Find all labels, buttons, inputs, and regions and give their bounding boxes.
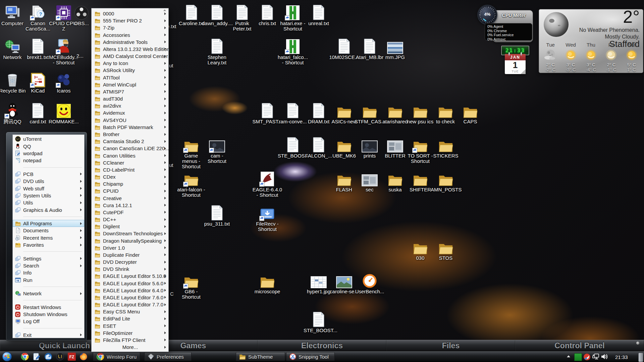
- start-menu-item-documents[interactable]: Documents: [13, 227, 84, 234]
- firefox-icon[interactable]: [79, 353, 88, 361]
- start-menu-item-system-utils[interactable]: System Utils: [13, 192, 84, 199]
- programs-menu-item-downstream-technologies[interactable]: DownStream Technologies: [92, 230, 168, 237]
- desktop-icon-eagle-6-4-0-shortcut[interactable]: EAGLE-6.4.0 - Shortcut: [252, 170, 282, 198]
- hidden-icons-arrow-icon[interactable]: [567, 353, 570, 357]
- desktop-icon-rommake[interactable]: ROMMAKE...: [49, 102, 79, 124]
- programs-menu-item-eagle-layout-editor-5-10-0[interactable]: EAGLE Layout Editor 5.10.0: [92, 273, 168, 280]
- programs-menu-item-administrative-tools[interactable]: Administrative Tools: [92, 39, 168, 46]
- desktop-icon-mm-jpg[interactable]: mm.JPG: [380, 38, 410, 60]
- dock-tab-electronics[interactable]: Electronics: [258, 340, 386, 351]
- programs-menu-item-avs4you[interactable]: AVS4YOU: [92, 117, 168, 124]
- programs-menu-item-eagle-layout-editor-7-7-0[interactable]: EAGLE Layout Editor 7.7.0: [92, 301, 168, 308]
- programs-menu-item-0000[interactable]: 0000: [92, 10, 168, 17]
- cpu-meter-gadget[interactable]: CPU Meter 4% 0% Agent0% Chrome0% Fuel.se…: [477, 5, 533, 43]
- desktop-icon-amn-posts[interactable]: AMN_POSTS: [431, 170, 461, 192]
- start-menu-item-search[interactable]: Search: [13, 262, 84, 269]
- programs-menu-item-creative[interactable]: Creative: [92, 194, 168, 201]
- start-menu-item-utorrent[interactable]: uTorrent: [13, 135, 84, 142]
- desktop-icon-microscope[interactable]: microscope: [252, 272, 282, 294]
- programs-menu-item-ccleaner[interactable]: CCleaner: [92, 159, 168, 166]
- taskbar-slider[interactable]: [638, 353, 643, 362]
- start-menu-item-dvd-utils[interactable]: DVD utils: [13, 178, 84, 185]
- taskbar-clock[interactable]: 21:33: [615, 352, 628, 362]
- programs-menu-item-brother[interactable]: Brother: [92, 131, 168, 138]
- start-menu-item-settings[interactable]: Settings: [13, 255, 84, 262]
- programs-menu-item-cura-14-12-1[interactable]: Cura 14.12.1: [92, 202, 168, 209]
- programs-menu-item-batch-pdf-watermark[interactable]: Batch PDF Watermark: [92, 124, 168, 131]
- desktop-icon-stephen-leary-txt[interactable]: Stephen Leary.txt: [202, 38, 232, 65]
- programs-menu-item-cdex[interactable]: CDex: [92, 173, 168, 180]
- programs-menu-item-any-to-icon[interactable]: Any to Icon: [92, 60, 168, 67]
- taskbar-window-preferences[interactable]: Preferences: [144, 352, 192, 361]
- dock-handle[interactable]: [636, 342, 639, 345]
- desktop-icon-mcebuddy-shortcut[interactable]: MCEBuddy... - Shortcut: [49, 38, 79, 65]
- programs-menu-item-easy-css-menu[interactable]: Easy CSS Menu: [92, 308, 168, 315]
- taskbar-window-subtheme[interactable]: SubTheme: [236, 352, 285, 361]
- start-menu-item-run[interactable]: Run: [13, 277, 84, 284]
- start-menu-item-all-programs[interactable]: All Programs: [13, 220, 84, 227]
- thunderbird-icon[interactable]: [44, 353, 52, 361]
- start-menu-item-network[interactable]: Network: [13, 290, 84, 297]
- programs-menu-item-avi2divx[interactable]: avi2divx: [92, 102, 168, 109]
- programs-menu-item-chipamp[interactable]: Chipamp: [92, 180, 168, 187]
- programs-menu-item-amd-catalyst-control-center[interactable]: AMD Catalyst Control Center: [92, 53, 168, 60]
- programs-menu-item-eagle-layout-editor-7-6-0[interactable]: EAGLE Layout Editor 7.6.0: [92, 294, 168, 301]
- green-status-icon[interactable]: [574, 353, 582, 361]
- volume-icon[interactable]: [601, 353, 608, 361]
- desktop-icon-gb6-shortcut[interactable]: GB6 - Shortcut: [176, 272, 206, 300]
- start-menu-item-exit[interactable]: Exit: [13, 331, 84, 339]
- dock-tab-files[interactable]: Files: [386, 340, 515, 351]
- programs-menu-item-atmisp7[interactable]: ATMISP7: [92, 88, 168, 95]
- programs-menu-item-eset[interactable]: ESET: [92, 322, 168, 329]
- programs-menu-item-eagle-layout-editor-6-4-0[interactable]: EAGLE Layout Editor 6.4.0: [92, 287, 168, 294]
- programs-menu-item-filezilla-ftp-client[interactable]: FileZilla FTP Client: [92, 337, 168, 344]
- programs-menu-item-cd-labelprint[interactable]: CD-LabelPrint: [92, 166, 168, 173]
- programs-menu-item-canon-canoscan-lide-220[interactable]: Canon CanoScan LiDE 220...: [92, 145, 168, 152]
- start-menu-item-info[interactable]: Info: [13, 269, 84, 276]
- utorrent-icon[interactable]: [56, 353, 64, 361]
- programs-menu-item-dvd-shrink[interactable]: DVD Shrink: [92, 265, 168, 273]
- taskbar-window-winstep-forum[interactable]: Winstep Forum...: [93, 352, 140, 361]
- calendar-gadget[interactable]: JAN 1 TUE: [505, 54, 526, 74]
- programs-menu-item-avidemux[interactable]: Avidemux: [92, 109, 168, 116]
- network-status-icon[interactable]: [592, 353, 599, 361]
- editpad-icon[interactable]: [33, 353, 41, 361]
- programs-menu-item-atitool[interactable]: ATITool: [92, 74, 168, 81]
- start-menu-item-pcb[interactable]: PCB: [13, 171, 84, 178]
- desktop-icon-atari-falcon-shortcut[interactable]: atari-falcon - Shortcut: [176, 170, 206, 198]
- taskbar-window-snipping-tool[interactable]: Snipping Tool: [286, 352, 335, 361]
- programs-menu-item-duplicate-finder[interactable]: Duplicate Finder: [92, 251, 168, 258]
- programs-menu-item-audt30d[interactable]: audT30d: [92, 95, 168, 102]
- programs-menu-item-atmel-wincupl[interactable]: Atmel WinCupl: [92, 81, 168, 88]
- programs-menu-item-driver-1-0[interactable]: Driver 1.0: [92, 244, 168, 251]
- start-menu-item-wordpad[interactable]: wordpad: [13, 150, 84, 157]
- desktop-icon-unreal-txt[interactable]: unreal.txt: [304, 4, 334, 26]
- desktop-icon-psu-311-txt[interactable]: psu_311.txt: [202, 204, 232, 227]
- programs-menu-item-555-timer-pro-2[interactable]: 555 Timer PRO 2: [92, 17, 168, 24]
- chrome-icon[interactable]: [21, 353, 29, 361]
- start-menu-item-favorites[interactable]: Favorites: [13, 241, 84, 248]
- start-menu-item-shutdown-windows[interactable]: Shutdown Windows: [13, 311, 84, 318]
- programs-menu-item-7-zip[interactable]: 7-Zip: [92, 24, 168, 31]
- programs-menu-item-more[interactable]: More...: [92, 344, 168, 351]
- start-menu-item-log-off[interactable]: Log Off: [13, 318, 84, 325]
- programs-menu-item-editpad-lite[interactable]: EditPad Lite: [92, 315, 168, 322]
- filezilla-icon[interactable]: FZ: [68, 353, 76, 361]
- programs-menu-item-fileoptimizer[interactable]: FileOptimizer: [92, 329, 168, 337]
- start-menu-item-graphics-audio[interactable]: Graphics & Audio: [13, 206, 84, 214]
- desktop-icon-stos[interactable]: STOS: [431, 239, 461, 261]
- desktop-icon-caps[interactable]: CAPS: [455, 102, 485, 124]
- start-menu-item-web-stuff[interactable]: Web stuff: [13, 185, 84, 192]
- programs-menu-item-canon-utilities[interactable]: Canon Utilities: [92, 152, 168, 159]
- programs-menu-item-cpuid[interactable]: CPUID: [92, 187, 168, 194]
- programs-menu-item-altera-13-0-1-232-web-edition[interactable]: Altera 13.0.1.232 Web Edition: [92, 46, 168, 53]
- desktop-icon-stickers[interactable]: STICKERS: [431, 136, 461, 159]
- programs-menu-item-accessories[interactable]: Accessories: [92, 32, 168, 39]
- start-menu-item-notepad[interactable]: notepad: [13, 157, 84, 164]
- programs-menu-item-dc[interactable]: DC++: [92, 216, 168, 223]
- dock-tab-control-panel[interactable]: Control Panel: [515, 340, 644, 351]
- weather-gadget[interactable]: 2° No Weather Phenomena. Mostly Cloudy. …: [539, 9, 643, 73]
- programs-menu-item-cutepdf[interactable]: CutePDF: [92, 209, 168, 216]
- desktop-icon-filerecv-shortcut[interactable]: FileRecv - Shortcut: [252, 204, 282, 232]
- programs-menu-item-camtasia-studio-2[interactable]: Camtasia Studio 2: [92, 138, 168, 145]
